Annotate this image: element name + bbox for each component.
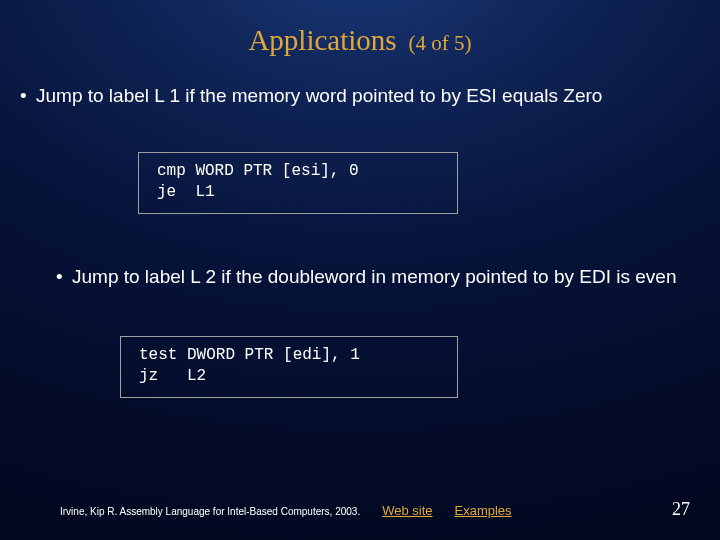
- footer: Irvine, Kip R. Assembly Language for Int…: [60, 499, 690, 520]
- title-main: Applications: [248, 24, 396, 56]
- bullet-1: Jump to label L 1 if the memory word poi…: [36, 84, 690, 108]
- footer-citation: Irvine, Kip R. Assembly Language for Int…: [60, 506, 360, 517]
- title-sub: (4 of 5): [409, 31, 472, 55]
- footer-link-website[interactable]: Web site: [382, 503, 432, 518]
- code-block-1: cmp WORD PTR [esi], 0 je L1: [138, 152, 458, 214]
- slide: Applications (4 of 5) Jump to label L 1 …: [0, 0, 720, 540]
- footer-link-examples[interactable]: Examples: [455, 503, 512, 518]
- bullet-2: Jump to label L 2 if the doubleword in m…: [72, 265, 680, 289]
- slide-title: Applications (4 of 5): [0, 24, 720, 57]
- code-block-2: test DWORD PTR [edi], 1 jz L2: [120, 336, 458, 398]
- bullet-1-text: Jump to label L 1 if the memory word poi…: [36, 84, 690, 108]
- bullet-2-text: Jump to label L 2 if the doubleword in m…: [72, 266, 676, 287]
- page-number: 27: [672, 499, 690, 520]
